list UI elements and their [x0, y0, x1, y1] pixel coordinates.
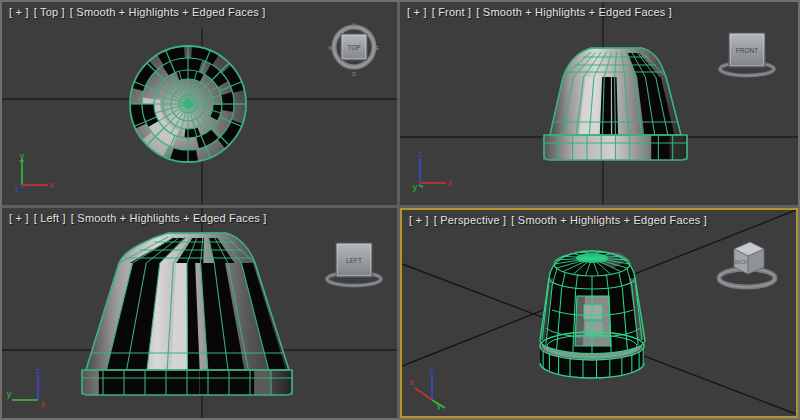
svg-text:y: y [413, 182, 418, 192]
svg-text:z: z [15, 184, 20, 194]
world-axis-tripod-icon: zxy [408, 151, 454, 193]
svg-text:z: z [36, 368, 41, 376]
viewport-label: [ + ][ Left ][ Smooth + Highlights + Edg… [9, 212, 272, 224]
svg-text:N: N [352, 22, 356, 28]
svg-text:y: y [437, 401, 442, 410]
svg-text:BACK: BACK [735, 260, 747, 265]
viewport-top[interactable]: [ + ][ Top ][ Smooth + Highlights + Edge… [2, 2, 397, 205]
svg-text:y: y [7, 389, 12, 399]
viewport-menu-shading[interactable]: [ Smooth + Highlights + Edged Faces ] [511, 214, 707, 226]
svg-text:TOP: TOP [347, 44, 360, 51]
viewport-menu-pov[interactable]: [ Left ] [34, 212, 66, 224]
world-axis-tripod-icon: zyx [6, 368, 52, 410]
viewcube-icon[interactable]: WESNTOP [323, 20, 385, 78]
svg-text:FRONT: FRONT [736, 47, 758, 54]
viewport-menu-shading[interactable]: [ Smooth + Highlights + Edged Faces ] [476, 6, 672, 18]
svg-text:z: z [418, 151, 423, 159]
svg-text:LEFT: LEFT [346, 257, 362, 264]
viewport-menu-pov[interactable]: [ Top ] [34, 6, 65, 18]
viewport-perspective[interactable]: [ + ][ Perspective ][ Smooth + Highlight… [400, 208, 798, 418]
world-axis-tripod-icon: zxy [408, 366, 454, 410]
viewport-menu-general[interactable]: [ + ] [407, 6, 427, 18]
viewcube-icon[interactable]: LEFT [324, 234, 384, 292]
viewport-menu-pov[interactable]: [ Front ] [432, 6, 472, 18]
svg-text:x: x [410, 377, 415, 387]
viewport-menu-pov[interactable]: [ Perspective ] [434, 214, 507, 226]
viewport-menu-shading[interactable]: [ Smooth + Highlights + Edged Faces ] [70, 6, 266, 18]
svg-text:x: x [448, 178, 453, 188]
viewport-front[interactable]: [ + ][ Front ][ Smooth + Highlights + Ed… [400, 2, 798, 205]
svg-text:W: W [328, 45, 334, 51]
svg-text:S: S [352, 71, 356, 77]
viewport-menu-general[interactable]: [ + ] [9, 212, 29, 224]
viewport-label: [ + ][ Front ][ Smooth + Highlights + Ed… [407, 6, 677, 18]
viewport-menu-general[interactable]: [ + ] [9, 6, 29, 18]
viewcube-icon[interactable]: FRONT [717, 24, 777, 82]
viewport-menu-shading[interactable]: [ Smooth + Highlights + Edged Faces ] [71, 212, 267, 224]
viewport-label: [ + ][ Top ][ Smooth + Highlights + Edge… [9, 6, 271, 18]
svg-text:E: E [375, 45, 379, 51]
world-axis-tripod-icon: yxz [10, 153, 56, 195]
viewport-grid: [ + ][ Top ][ Smooth + Highlights + Edge… [0, 0, 800, 420]
viewport-left[interactable]: [ + ][ Left ][ Smooth + Highlights + Edg… [2, 208, 397, 418]
viewcube-icon[interactable]: BACK [712, 234, 782, 296]
viewport-menu-general[interactable]: [ + ] [409, 214, 429, 226]
svg-text:z: z [430, 366, 435, 376]
viewport-label: [ + ][ Perspective ][ Smooth + Highlight… [409, 214, 712, 226]
svg-text:x: x [50, 180, 55, 190]
svg-text:x: x [41, 399, 46, 409]
